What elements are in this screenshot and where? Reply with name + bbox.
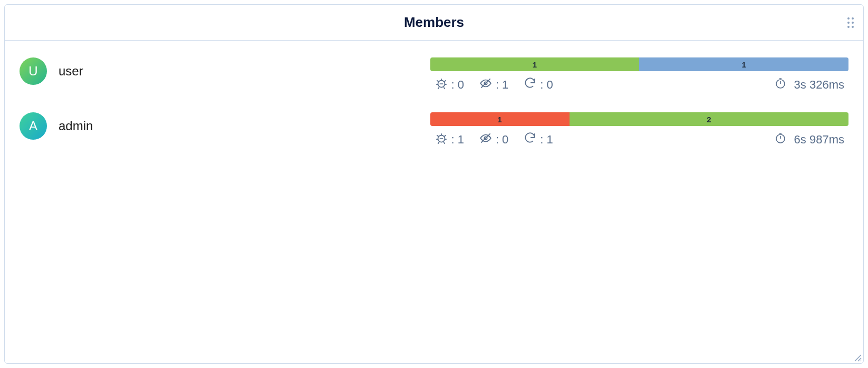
status-bar: 1 1 — [430, 57, 848, 71]
status-bar: 1 2 — [430, 112, 848, 126]
stopwatch-icon — [774, 77, 787, 93]
retry-count: 1 — [546, 133, 553, 147]
resize-handle-icon[interactable] — [854, 354, 862, 362]
drag-handle-icon[interactable] — [847, 17, 854, 28]
bug-count: 1 — [458, 133, 464, 147]
retry-count: 0 — [546, 78, 553, 92]
retry-icon — [523, 76, 537, 93]
avatar-letter: A — [29, 119, 37, 133]
members-panel: Members U user 1 1 — [4, 4, 864, 364]
retry-stat: : 1 — [523, 131, 553, 148]
retry-icon — [523, 131, 537, 148]
skip-stat: : 1 — [479, 76, 508, 93]
member-row: A admin 1 2 — [20, 112, 848, 148]
duration-stat: 3s 326ms — [774, 77, 844, 93]
skip-count: 0 — [502, 133, 508, 147]
duration-value: 3s 326ms — [794, 78, 844, 92]
member-row: U user 1 1 — [20, 57, 848, 93]
bug-icon — [435, 131, 448, 148]
bug-icon — [435, 76, 448, 93]
retry-stat: : 0 — [523, 76, 553, 93]
duration-value: 6s 987ms — [794, 133, 844, 147]
bar-segment[interactable]: 1 — [639, 57, 848, 71]
avatar-letter: U — [28, 64, 37, 79]
bug-count: 0 — [458, 78, 464, 92]
bar-segment[interactable]: 1 — [430, 112, 570, 126]
panel-body: U user 1 1 — [5, 41, 863, 363]
member-left: U user — [20, 57, 418, 85]
bug-stat: : 1 — [435, 131, 464, 148]
stats-row: : 1 : 0 — [430, 131, 848, 148]
eye-off-icon — [479, 76, 493, 93]
member-name: admin — [59, 119, 93, 133]
skip-stat: : 0 — [479, 131, 508, 148]
skip-count: 1 — [502, 78, 508, 92]
stats-row: : 0 : 1 — [430, 76, 848, 93]
member-left: A admin — [20, 112, 418, 140]
bug-stat: : 0 — [435, 76, 464, 93]
bar-segment[interactable]: 2 — [570, 112, 848, 126]
avatar: A — [20, 112, 47, 140]
duration-stat: 6s 987ms — [774, 132, 844, 148]
bar-segment[interactable]: 1 — [430, 57, 640, 71]
panel-header: Members — [5, 5, 863, 41]
panel-title: Members — [404, 14, 464, 31]
stopwatch-icon — [774, 132, 787, 148]
member-name: user — [59, 64, 83, 79]
member-right: 1 2 : 1 — [430, 112, 848, 148]
member-right: 1 1 : 0 — [430, 57, 848, 93]
eye-off-icon — [479, 131, 493, 148]
avatar: U — [20, 57, 47, 85]
